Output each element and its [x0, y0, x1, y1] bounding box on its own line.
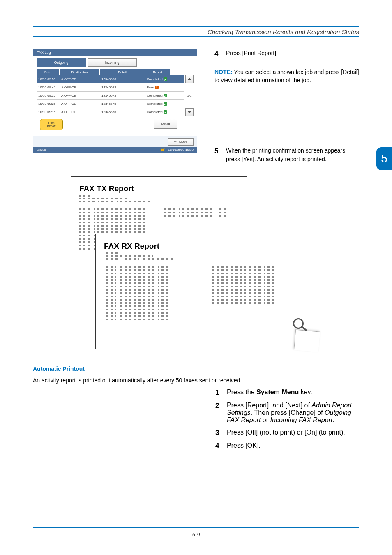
- col-destination: Destination: [60, 69, 100, 75]
- enter-icon: ↵: [174, 140, 177, 144]
- step-number: 2: [215, 402, 221, 424]
- table-row[interactable]: 10/10 09:30A OFFICE12345678Completed: [37, 92, 184, 100]
- table-row[interactable]: 10/10 09:25A OFFICE12345678Completed: [37, 100, 184, 108]
- tab-outgoing[interactable]: Outgoing: [37, 58, 86, 67]
- tab-incoming[interactable]: Incoming: [88, 58, 137, 67]
- col-date: Date: [37, 69, 60, 75]
- table-row[interactable]: 10/10 09:15A OFFICE12345678Completed: [37, 108, 184, 116]
- section-heading: Automatic Printout: [33, 365, 359, 372]
- scroll-down-button[interactable]: [185, 108, 194, 116]
- detail-button[interactable]: Detail: [154, 119, 177, 129]
- status-timestamp: 10/10/2010 10:10: [168, 148, 194, 152]
- section-intro: An activity report is printed out automa…: [33, 377, 359, 384]
- note-box: NOTE: You can select a shown fax job and…: [214, 65, 359, 88]
- table-row[interactable]: 10/10 09:45A OFFICE12345678Error !: [37, 83, 184, 92]
- reports-illustration: FAX TX Report FAX RX Report: [71, 176, 321, 353]
- print-report-button[interactable]: Print Report: [40, 119, 63, 130]
- step-text: Press [Report], and [Next] of Admin Repo…: [227, 402, 359, 424]
- col-result: Result: [145, 69, 171, 75]
- magnifier-icon: [292, 317, 309, 334]
- ok-icon: [164, 110, 167, 114]
- fax-rx-report: FAX RX Report: [95, 234, 317, 349]
- fax-log-title: FAX Log: [33, 49, 197, 56]
- step-text: Press the System Menu key.: [227, 388, 359, 397]
- report-title: FAX TX Report: [79, 184, 239, 193]
- ok-icon: [164, 102, 167, 106]
- step-text: Press [OK].: [227, 442, 359, 450]
- step-text: Press [Off] (not to print) or [On] (to p…: [227, 429, 359, 437]
- error-icon: !: [155, 86, 159, 89]
- step-text: When the printing confirmation screen ap…: [226, 146, 359, 163]
- note-text: You can select a shown fax job and press…: [214, 69, 359, 83]
- scroll-up-button[interactable]: [185, 75, 194, 83]
- page-header: Checking Transmission Results and Regist…: [33, 27, 359, 37]
- page-indicator: 1/1: [185, 83, 194, 108]
- note-label: NOTE:: [214, 69, 233, 75]
- step-number: 5: [214, 146, 220, 163]
- status-label: Status: [37, 148, 46, 152]
- copies-icon: ▮▮▯: [161, 148, 165, 152]
- chapter-tab: 5: [376, 147, 392, 170]
- footer-rule: [33, 527, 359, 528]
- report-title: FAX RX Report: [104, 242, 309, 251]
- ok-icon: [164, 94, 167, 97]
- ok-icon: [164, 77, 167, 81]
- step-number: 3: [215, 429, 221, 437]
- col-detail: Detail: [100, 69, 145, 75]
- page-number: 5-9: [0, 532, 392, 538]
- chevron-down-icon: [187, 111, 191, 113]
- table-row[interactable]: 10/10 09:50A OFFICE12345678Completed: [37, 75, 184, 83]
- fax-log-panel: FAX Log Outgoing Incoming Date Destinati…: [33, 49, 197, 153]
- step-text: Press [Print Report].: [226, 49, 359, 59]
- step-number: 1: [215, 388, 221, 397]
- chevron-up-icon: [187, 78, 191, 80]
- step-number: 4: [215, 442, 221, 450]
- close-label: Close: [179, 140, 187, 144]
- close-button[interactable]: ↵Close: [168, 138, 194, 146]
- step-number: 4: [214, 49, 220, 59]
